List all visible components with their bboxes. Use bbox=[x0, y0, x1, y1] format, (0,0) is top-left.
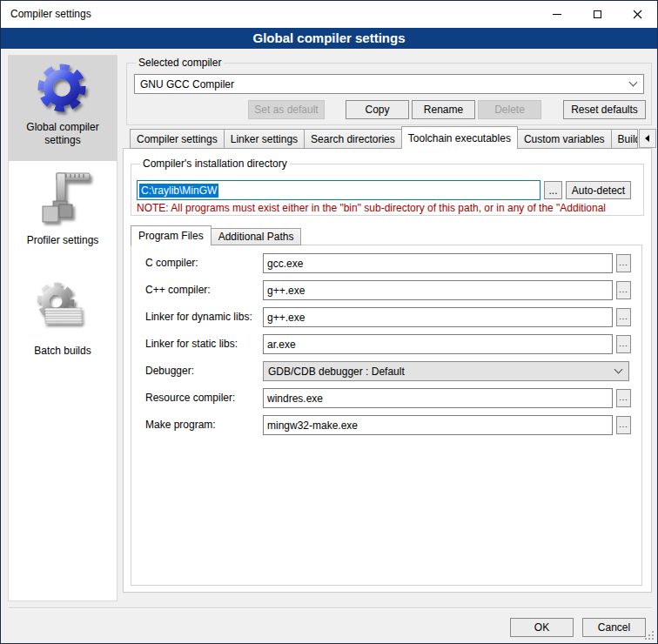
field-label: Debugger: bbox=[145, 361, 194, 381]
debugger-select-value: GDB/CDB debugger : Default bbox=[268, 366, 615, 378]
minimize-button[interactable] bbox=[537, 1, 577, 28]
tab-custom-variables[interactable]: Custom variables bbox=[517, 129, 612, 149]
subtab-bar: Program Files Additional Paths bbox=[131, 225, 300, 245]
tab-scroll-left-button[interactable] bbox=[639, 129, 656, 148]
tab-build-options[interactable]: Build options bbox=[611, 129, 638, 149]
footer-divider bbox=[8, 607, 652, 609]
close-button[interactable] bbox=[617, 1, 657, 28]
field-row-debugger: Debugger: GDB/CDB debugger : Default bbox=[131, 361, 641, 381]
tab-toolchain-executables[interactable]: Toolchain executables bbox=[401, 126, 518, 149]
subtab-program-files[interactable]: Program Files bbox=[131, 225, 212, 245]
field-row-cpp-compiler: C++ compiler: ... bbox=[131, 280, 641, 300]
installation-directory-group: Compiler's installation directory C:\ray… bbox=[131, 164, 644, 216]
reset-defaults-button[interactable]: Reset defaults bbox=[563, 100, 646, 119]
note-text: NOTE: All programs must exist either in … bbox=[137, 202, 641, 214]
resource-compiler-input[interactable] bbox=[263, 388, 613, 408]
sidebar-item-global-compiler-settings[interactable]: Global compiler settings bbox=[9, 56, 117, 161]
compiler-settings-dialog: Compiler settings Global compiler settin… bbox=[0, 0, 658, 644]
field-row-linker-dynamic: Linker for dynamic libs: ... bbox=[131, 307, 641, 327]
copy-button[interactable]: Copy bbox=[346, 100, 409, 119]
toolchain-executables-panel: Compiler's installation directory C:\ray… bbox=[123, 148, 652, 593]
sidebar-item-label: Global compiler settings bbox=[9, 121, 117, 147]
debugger-select[interactable]: GDB/CDB debugger : Default bbox=[263, 361, 629, 381]
tab-compiler-settings[interactable]: Compiler settings bbox=[130, 129, 225, 149]
tab-linker-settings[interactable]: Linker settings bbox=[224, 129, 305, 149]
field-row-linker-static: Linker for static libs: ... bbox=[131, 334, 641, 354]
install-dir-selected-text: C:\raylib\MinGW bbox=[139, 184, 218, 198]
browse-button[interactable]: ... bbox=[616, 308, 631, 326]
tab-search-directories[interactable]: Search directories bbox=[304, 129, 402, 149]
sidebar-item-profiler-settings[interactable]: Profiler settings bbox=[9, 166, 117, 258]
browse-button[interactable]: ... bbox=[616, 335, 631, 353]
set-as-default-button[interactable]: Set as default bbox=[248, 100, 325, 119]
cpp-compiler-input[interactable] bbox=[263, 280, 613, 300]
tab-bar: Compiler settings Linker settings Search… bbox=[130, 126, 658, 149]
field-label: C compiler: bbox=[145, 253, 198, 273]
selected-compiler-group: Selected compiler GNU GCC Compiler Set a… bbox=[126, 63, 652, 125]
selected-compiler-group-label: Selected compiler bbox=[136, 57, 224, 69]
settings-sidebar: Global compiler settings Profiler bbox=[8, 55, 118, 601]
gray-gear-stack-icon bbox=[31, 278, 94, 341]
page-title: Global compiler settings bbox=[1, 28, 657, 49]
field-row-c-compiler: C compiler: ... bbox=[131, 253, 641, 273]
browse-button[interactable]: ... bbox=[616, 389, 631, 407]
maximize-icon bbox=[594, 10, 601, 18]
browse-button[interactable]: ... bbox=[616, 416, 631, 434]
title-bar[interactable]: Compiler settings bbox=[1, 1, 657, 28]
field-label: Resource compiler: bbox=[145, 388, 235, 408]
rename-button[interactable]: Rename bbox=[412, 100, 475, 119]
program-files-panel: C compiler: ... C++ compiler: ... Linker… bbox=[131, 245, 642, 586]
sidebar-item-batch-builds[interactable]: Batch builds bbox=[9, 270, 117, 364]
auto-detect-button[interactable]: Auto-detect bbox=[566, 181, 631, 199]
field-label: Linker for dynamic libs: bbox=[145, 307, 252, 327]
install-dir-input[interactable]: C:\raylib\MinGW bbox=[137, 180, 540, 200]
blue-gear-icon bbox=[35, 62, 91, 117]
linker-static-input[interactable] bbox=[263, 334, 613, 354]
cancel-button[interactable]: Cancel bbox=[582, 618, 646, 637]
c-compiler-input[interactable] bbox=[263, 253, 613, 273]
delete-button[interactable]: Delete bbox=[478, 100, 541, 119]
ok-button[interactable]: OK bbox=[510, 618, 574, 637]
compiler-combobox-value: GNU GCC Compiler bbox=[140, 78, 630, 91]
linker-dynamic-input[interactable] bbox=[263, 307, 613, 327]
sidebar-item-label: Profiler settings bbox=[22, 234, 104, 247]
browse-button[interactable]: ... bbox=[616, 254, 631, 272]
field-label: Linker for static libs: bbox=[145, 334, 238, 354]
chevron-down-icon bbox=[629, 78, 638, 87]
caliper-icon bbox=[30, 166, 95, 231]
chevron-down-icon bbox=[614, 366, 623, 374]
field-row-make-program: Make program: ... bbox=[131, 415, 641, 435]
field-row-resource-compiler: Resource compiler: ... bbox=[131, 388, 641, 408]
installation-directory-group-label: Compiler's installation directory bbox=[140, 158, 290, 170]
make-program-input[interactable] bbox=[263, 415, 613, 435]
install-dir-browse-button[interactable]: ... bbox=[544, 181, 562, 199]
close-icon bbox=[633, 10, 642, 19]
window-title: Compiler settings bbox=[10, 1, 91, 28]
browse-button[interactable]: ... bbox=[616, 281, 631, 299]
sidebar-item-label: Batch builds bbox=[29, 345, 96, 358]
maximize-button[interactable] bbox=[577, 1, 617, 28]
minimize-icon bbox=[553, 14, 561, 15]
resize-grip[interactable] bbox=[643, 629, 655, 641]
field-label: Make program: bbox=[145, 415, 216, 435]
triangle-left-icon bbox=[645, 135, 649, 142]
compiler-combobox[interactable]: GNU GCC Compiler bbox=[134, 74, 644, 94]
field-label: C++ compiler: bbox=[145, 280, 211, 300]
subtab-additional-paths[interactable]: Additional Paths bbox=[211, 228, 302, 245]
